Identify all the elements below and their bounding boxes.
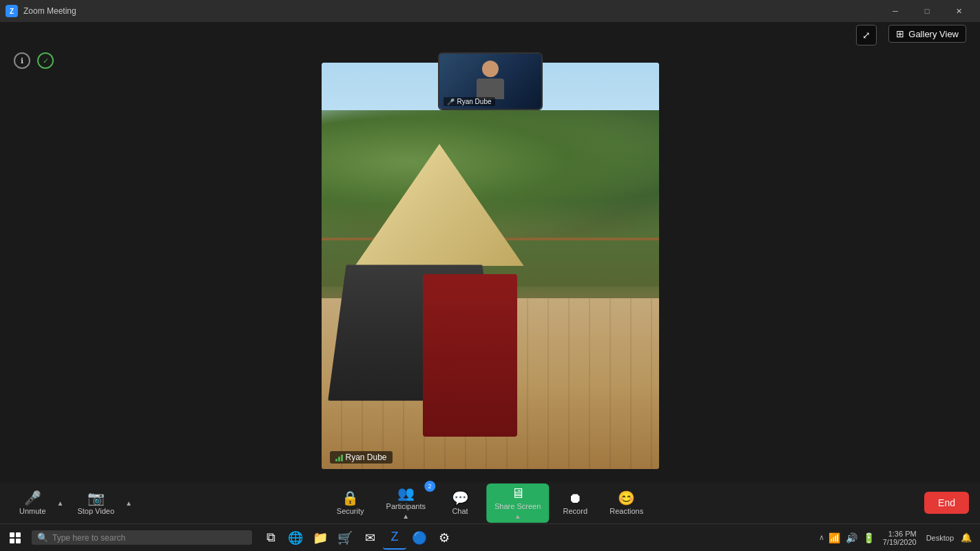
desktop-label[interactable]: Desktop [924, 534, 957, 542]
zoom-controls-left: 🎤 Unmute ▲ 📷 Stop Video ▲ [11, 488, 135, 518]
taskbar-app-edge[interactable]: 🌐 [284, 526, 307, 550]
title-bar-left: Z Zoom Meeting [6, 5, 76, 17]
stop-video-group: 📷 Stop Video ▲ [69, 488, 135, 518]
record-icon: ⏺ [568, 491, 582, 505]
main-video-area: Ryan Dube [322, 63, 659, 469]
record-label: Record [563, 507, 587, 515]
unmute-group: 🎤 Unmute ▲ [11, 488, 66, 518]
person-silhouette [473, 61, 508, 102]
reactions-button[interactable]: 😊 Reactions [601, 488, 651, 518]
gallery-view-icon: ⊞ [896, 28, 904, 39]
security-icon: 🔒 [342, 491, 359, 505]
security-button[interactable]: 🔒 Security [329, 488, 373, 518]
unmute-button[interactable]: 🎤 Unmute [11, 488, 54, 518]
expand-icon: ⤢ [862, 30, 870, 41]
tray-expand-icon[interactable]: ∧ [819, 533, 824, 542]
search-icon: 🔍 [37, 532, 48, 543]
share-screen-icon: 🖥 [511, 486, 525, 500]
expand-button[interactable]: ⤢ [856, 25, 877, 45]
minimize-button[interactable]: ─ [879, 0, 911, 22]
share-arrow[interactable]: ▲ [512, 512, 524, 520]
clock-date: 7/19/2020 [883, 538, 917, 546]
win-logo-q2 [16, 532, 21, 537]
record-button[interactable]: ⏺ Record [554, 488, 596, 518]
tray-network-icon[interactable]: 📶 [827, 531, 842, 545]
taskbar-app-settings[interactable]: ⚙ [432, 526, 456, 550]
signal-bars [335, 453, 343, 461]
participants-arrow[interactable]: ▲ [399, 512, 412, 520]
speaker-label: Ryan Dube [330, 451, 393, 464]
share-screen-label: Share Screen [494, 502, 541, 510]
title-bar-controls: ─ □ ✕ [879, 0, 974, 22]
windows-taskbar: 🔍 ⧉ 🌐 📁 🛒 ✉ Z 🔵 ⚙ ∧ 📶 🔊 🔋 1:36 PM 7/19/2… [0, 523, 980, 551]
taskbar-app-mail[interactable]: ✉ [358, 526, 382, 550]
bar2 [338, 457, 340, 461]
bar1 [335, 459, 337, 461]
gallery-view-label: Gallery View [908, 29, 959, 39]
start-button[interactable] [3, 526, 28, 550]
win-logo-q4 [16, 539, 21, 543]
main-content: ℹ ✓ 🎤 Ryan Dube [0, 22, 980, 510]
win-logo-q1 [10, 532, 14, 537]
stop-video-label: Stop Video [77, 507, 114, 515]
title-text: Zoom Meeting [23, 6, 76, 16]
zoom-controls-right: End [924, 492, 969, 514]
maximize-button[interactable]: □ [911, 0, 943, 22]
taskbar-app-explorer[interactable]: 📁 [309, 526, 332, 550]
gallery-view-button[interactable]: ⊞ Gallery View [888, 25, 966, 43]
status-icons: ℹ ✓ [14, 52, 54, 69]
clock-time: 1:36 PM [888, 530, 917, 538]
taskview-button[interactable]: ⧉ [259, 526, 282, 550]
taskbar-right: ∧ 📶 🔊 🔋 1:36 PM 7/19/2020 Desktop 🔔 [819, 530, 977, 546]
title-bar: Z Zoom Meeting ─ □ ✕ [0, 0, 980, 22]
self-view-video[interactable]: 🎤 Ryan Dube [438, 52, 543, 110]
speaker-name: Ryan Dube [346, 453, 387, 462]
shield-status-icon: ✓ [37, 52, 54, 69]
video-arrow[interactable]: ▲ [123, 499, 135, 507]
person-head [482, 61, 499, 77]
self-view-name: Ryan Dube [457, 98, 492, 105]
system-tray: ∧ 📶 🔊 🔋 [819, 531, 876, 545]
share-screen-button[interactable]: 🖥 Share Screen ▲ [486, 484, 549, 523]
participants-badge: 2 [424, 481, 435, 492]
end-button[interactable]: End [924, 492, 969, 514]
participants-button[interactable]: 👥 2 Participants ▲ [378, 484, 434, 523]
taskbar-app-store[interactable]: 🛒 [333, 526, 357, 550]
search-input[interactable] [52, 533, 247, 543]
stop-video-button[interactable]: 📷 Stop Video [69, 488, 123, 518]
person-body [477, 79, 504, 99]
mic-muted-icon: 🎤 [447, 98, 455, 105]
windows-logo [10, 532, 21, 543]
notification-icon[interactable]: 🔔 [961, 532, 972, 543]
video-icon: 📷 [87, 491, 105, 505]
zoom-controls-bar: 🎤 Unmute ▲ 📷 Stop Video ▲ 🔒 Security 👥 2… [0, 482, 980, 523]
chair-element [423, 274, 517, 437]
win-logo-q3 [10, 539, 14, 543]
mic-muted-icon: 🎤 [24, 491, 41, 505]
zoom-controls-center: 🔒 Security 👥 2 Participants ▲ 💬 Chat 🖥 S… [329, 484, 651, 523]
chat-icon: 💬 [452, 491, 469, 505]
taskbar-app-zoom[interactable]: Z [383, 526, 406, 550]
chat-button[interactable]: 💬 Chat [439, 488, 481, 518]
participants-label: Participants [386, 502, 426, 510]
taskbar-app-chrome[interactable]: 🔵 [408, 526, 431, 550]
chat-label: Chat [452, 507, 468, 515]
participants-icon: 👥 [397, 486, 415, 500]
security-label: Security [337, 507, 364, 515]
tray-battery-icon[interactable]: 🔋 [862, 531, 876, 545]
unmute-label: Unmute [19, 507, 46, 515]
zoom-logo: Z [6, 5, 18, 17]
bar3 [341, 455, 343, 461]
taskbar-apps: ⧉ 🌐 📁 🛒 ✉ Z 🔵 ⚙ [259, 526, 456, 550]
reactions-label: Reactions [609, 507, 643, 515]
tray-volume-icon[interactable]: 🔊 [844, 531, 859, 545]
self-view-label: 🎤 Ryan Dube [444, 97, 495, 106]
info-status-icon: ℹ [14, 52, 30, 69]
unmute-arrow[interactable]: ▲ [54, 499, 67, 507]
clock-area[interactable]: 1:36 PM 7/19/2020 [880, 530, 919, 546]
close-button[interactable]: ✕ [943, 0, 974, 22]
windows-search-bar[interactable]: 🔍 [32, 530, 252, 545]
reactions-icon: 😊 [618, 491, 635, 505]
deck-background [322, 63, 659, 469]
